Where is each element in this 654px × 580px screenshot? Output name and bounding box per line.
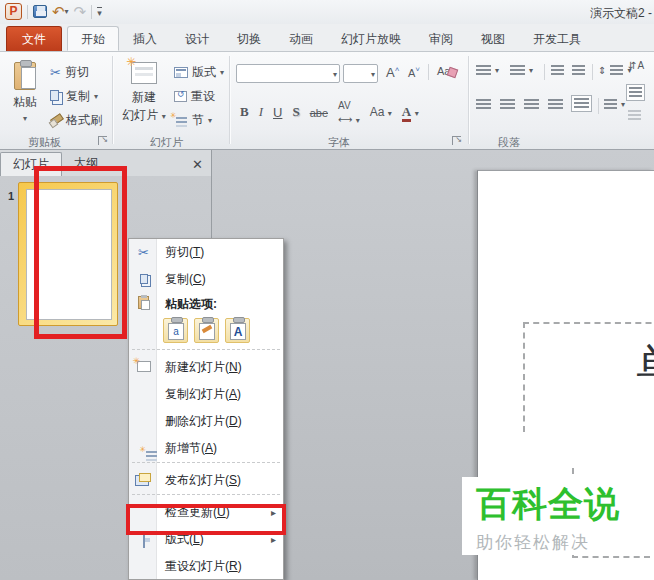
copy-icon — [140, 274, 148, 284]
close-icon[interactable]: ✕ — [192, 157, 203, 172]
increase-indent-button[interactable] — [572, 65, 585, 76]
clipboard-dialog-launcher-icon[interactable] — [98, 136, 107, 145]
menu-item-label: 新增节(A) — [165, 440, 217, 457]
undo-dropdown-icon[interactable]: ▾ — [65, 7, 69, 16]
paste-keep-text-only-button[interactable]: A — [225, 318, 250, 343]
menu-item-复制[interactable]: 复制(C) — [129, 266, 283, 293]
menu-item-新增节[interactable]: 新增节(A) — [129, 435, 283, 462]
tab-5[interactable]: 幻灯片放映 — [327, 26, 415, 51]
small-separator — [592, 64, 593, 80]
clear-formatting-button[interactable]: Aa — [437, 65, 450, 77]
section-button[interactable]: 节 ▾ — [174, 112, 212, 129]
small-separator — [544, 64, 545, 80]
layout-dropdown-icon: ▾ — [220, 68, 224, 77]
scissors-icon: ✂ — [50, 65, 61, 80]
font-color-button[interactable]: A ▾ — [402, 104, 419, 120]
tab-7[interactable]: 视图 — [467, 26, 519, 51]
copy-button[interactable]: 复制 ▾ — [50, 88, 98, 105]
section-label: 节 — [192, 112, 204, 129]
tab-1[interactable]: 插入 — [119, 26, 171, 51]
grow-font-button[interactable]: A˄ — [386, 65, 399, 80]
change-case-button[interactable]: Aa ▾ — [370, 105, 392, 119]
copy-icon — [50, 90, 59, 101]
font-group-label: 字体 — [328, 135, 350, 150]
font-dialog-launcher-icon[interactable] — [452, 136, 461, 145]
justify-button[interactable] — [548, 99, 563, 110]
tab-2[interactable]: 设计 — [171, 26, 223, 51]
qat-customize-icon[interactable]: ▾ — [97, 7, 102, 17]
format-painter-button[interactable]: 格式刷 — [50, 112, 102, 129]
font-size-combobox[interactable]: ▾ — [343, 64, 378, 83]
bullets-button[interactable]: ▾ — [476, 65, 499, 76]
title-placeholder[interactable] — [523, 322, 654, 432]
menu-item-复制幻灯片[interactable]: 复制幻灯片(A) — [129, 381, 283, 408]
slides-group-label: 幻灯片 — [150, 135, 183, 150]
menu-item-新建幻灯片[interactable]: 新建幻灯片(N) — [129, 354, 283, 381]
menu-item-发布幻灯片[interactable]: 发布幻灯片(S) — [129, 467, 283, 494]
section-icon — [174, 115, 188, 126]
text-direction-button[interactable]: ⇵A — [628, 60, 645, 71]
menu-item-label: 剪切(T) — [165, 244, 204, 261]
menu-item-paste-options[interactable]: 粘贴选项: — [129, 293, 283, 315]
bold-button[interactable]: B — [240, 104, 249, 120]
paste-keep-source-formatting-button[interactable] — [194, 318, 219, 343]
copy-dropdown-icon[interactable]: ▾ — [94, 92, 98, 101]
redo-icon[interactable]: ↷ — [74, 5, 87, 19]
tab-6[interactable]: 审阅 — [415, 26, 467, 51]
undo-button[interactable]: ↶ ▾ — [52, 5, 69, 19]
ribbon-tabs: 开始插入设计切换动画幻灯片放映审阅视图开发工具 — [67, 26, 595, 51]
cut-button[interactable]: ✂ 剪切 — [50, 64, 89, 81]
paste-label: 粘贴 — [13, 94, 37, 111]
tab-file[interactable]: 文件 — [6, 26, 62, 51]
save-icon[interactable] — [33, 5, 47, 18]
paste-use-destination-theme-button[interactable]: a — [163, 318, 188, 343]
line-spacing-button[interactable]: ⇕▾ — [598, 65, 631, 76]
strikethrough-button[interactable]: abe — [310, 105, 328, 120]
paste-button[interactable]: 粘贴 ▾ — [8, 62, 42, 123]
menu-item-剪切[interactable]: ✂剪切(T) — [129, 239, 283, 266]
shrink-font-button[interactable]: A˅ — [408, 65, 420, 79]
numbering-icon — [510, 65, 525, 76]
convert-smartart-button[interactable] — [628, 110, 641, 121]
clipboard-group-label: 剪贴板 — [28, 135, 61, 150]
group-separator — [468, 56, 469, 144]
menu-item-重设幻灯片[interactable]: 重设幻灯片(R) — [129, 553, 283, 580]
decrease-indent-button[interactable] — [551, 65, 564, 76]
tab-3[interactable]: 切换 — [223, 26, 275, 51]
columns-button[interactable]: ▾ — [604, 99, 625, 110]
new-slide-icon — [131, 62, 157, 84]
align-text-button[interactable] — [626, 84, 645, 101]
increase-indent-icon — [572, 65, 585, 76]
tab-8[interactable]: 开发工具 — [519, 26, 595, 51]
quick-access-toolbar: P ↶ ▾ ↷ ▾ — [5, 3, 102, 20]
distributed-button[interactable] — [571, 95, 592, 112]
tab-4[interactable]: 动画 — [275, 26, 327, 51]
align-center-icon — [500, 99, 515, 110]
text-direction-icon: ⇵A — [628, 60, 645, 71]
new-slide-label-1: 新建 — [132, 89, 156, 106]
paste-dropdown-icon[interactable]: ▾ — [23, 114, 27, 123]
text-shadow-button[interactable]: S — [292, 104, 299, 120]
title-placeholder-text[interactable]: 单击此处添加标题 — [636, 336, 654, 395]
italic-button[interactable]: I — [259, 104, 263, 120]
numbering-button[interactable]: ▾ — [510, 65, 533, 76]
columns-icon — [604, 99, 617, 110]
align-right-button[interactable] — [524, 99, 539, 110]
reset-button[interactable]: 重设 — [174, 88, 215, 105]
layout-button[interactable]: 版式 ▾ — [174, 64, 224, 81]
align-left-button[interactable] — [476, 99, 491, 110]
font-name-combobox[interactable]: ▾ — [236, 64, 340, 83]
reset-label: 重设 — [191, 88, 215, 105]
menu-item-label: 复制(C) — [165, 271, 206, 288]
align-center-button[interactable] — [500, 99, 515, 110]
slide-number: 1 — [8, 190, 14, 202]
align-left-icon — [476, 99, 491, 110]
powerpoint-app-icon[interactable]: P — [5, 3, 22, 20]
new-slide-button[interactable]: 新建 幻灯片 ▾ — [122, 62, 166, 124]
character-spacing-button[interactable]: AV⟷ ▾ — [338, 98, 360, 126]
tab-0[interactable]: 开始 — [67, 26, 119, 51]
align-right-icon — [524, 99, 539, 110]
menu-item-删除幻灯片[interactable]: 删除幻灯片(D) — [129, 408, 283, 435]
underline-button[interactable]: U — [273, 105, 282, 120]
scissors-icon: ✂ — [138, 245, 149, 260]
